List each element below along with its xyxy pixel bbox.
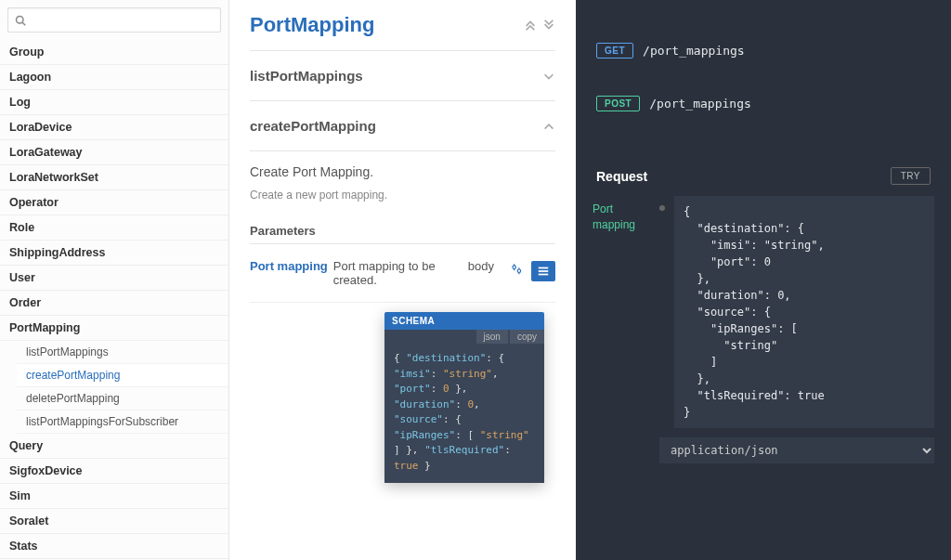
request-label: Request <box>596 169 647 184</box>
operation-title: listPortMappings <box>250 68 363 84</box>
sidebar-item[interactable]: LoraNetworkSet <box>0 165 228 190</box>
svg-point-2 <box>513 266 516 269</box>
sidebar-item[interactable]: Lagoon <box>0 65 228 90</box>
content-type-select[interactable]: application/json <box>659 437 934 463</box>
search-icon <box>15 15 26 26</box>
sidebar-item[interactable]: Stats <box>0 534 228 559</box>
operation-header[interactable]: listPortMappings <box>250 51 555 101</box>
sidebar-item[interactable]: Query <box>0 434 228 459</box>
svg-line-1 <box>22 22 25 25</box>
sidebar-item[interactable]: SigfoxDevice <box>0 459 228 484</box>
sidebar-subitem[interactable]: listPortMappings <box>17 341 228 364</box>
param-description: Port mapping to be created. <box>333 259 462 287</box>
search-box <box>7 7 221 33</box>
settings-icon[interactable] <box>505 259 528 282</box>
sidebar-item[interactable]: Operator <box>0 190 228 215</box>
param-location: body <box>468 259 494 273</box>
chevron-down-icon <box>542 70 555 83</box>
sidebar-item[interactable]: Order <box>0 291 228 316</box>
sidebar-item-portmapping[interactable]: PortMapping <box>0 316 228 341</box>
param-name: Port mapping <box>250 259 328 273</box>
method-badge: POST <box>596 96 640 111</box>
sidebar-item[interactable]: ShippingAddress <box>0 241 228 266</box>
sidebar-subitem[interactable]: listPortMappingsForSubscriber <box>17 410 228 434</box>
operation-summary: Create Port Mapping. <box>250 164 555 179</box>
sidebar-subitem-active[interactable]: createPortMapping <box>17 364 228 387</box>
operation-title: createPortMapping <box>250 118 376 134</box>
sidebar-item[interactable]: LoraGateway <box>0 140 228 165</box>
operation-header[interactable]: createPortMapping <box>250 101 555 151</box>
chevron-up-icon <box>542 120 555 133</box>
operation-description: Create a new port mapping. <box>250 189 555 202</box>
try-button[interactable]: TRY <box>891 167 931 185</box>
parameters-label: Parameters <box>250 224 555 244</box>
svg-point-3 <box>517 269 521 273</box>
sidebar-item[interactable]: LoraDevice <box>0 115 228 140</box>
sidebar: Group Lagoon Log LoraDevice LoraGateway … <box>0 0 229 560</box>
endpoint-path: /port_mappings <box>643 44 745 58</box>
schema-tab-json[interactable]: json <box>476 330 508 344</box>
collapse-all-icon[interactable] <box>524 19 537 32</box>
section-title: PortMapping <box>250 13 374 37</box>
main-panel: PortMapping listPortMappings createPortM… <box>229 0 576 560</box>
request-body-json[interactable]: { "destination": { "imsi": "string", "po… <box>674 196 934 428</box>
expand-all-icon[interactable] <box>542 19 555 32</box>
sidebar-item[interactable]: Sim <box>0 484 228 509</box>
sidebar-item[interactable]: Log <box>0 90 228 115</box>
request-panel: GET /port_mappings POST /port_mappings R… <box>576 0 951 560</box>
sidebar-item[interactable]: Group <box>0 40 228 65</box>
schema-tab-copy[interactable]: copy <box>510 330 544 344</box>
schema-json: { "destination": { "imsi": "string", "po… <box>384 344 544 483</box>
required-dot-icon <box>659 205 665 211</box>
schema-toggle-icon[interactable] <box>531 261 555 281</box>
method-badge: GET <box>596 43 633 59</box>
endpoint-row: POST /port_mappings <box>596 96 931 111</box>
schema-header: SCHEMA <box>384 312 544 330</box>
endpoint-row: GET /port_mappings <box>596 43 931 59</box>
sidebar-subitem[interactable]: deletePortMapping <box>17 387 228 410</box>
sidebar-item[interactable]: User <box>0 266 228 291</box>
endpoint-path: /port_mappings <box>649 97 751 111</box>
sidebar-item[interactable]: Role <box>0 215 228 241</box>
schema-popup: SCHEMA json copy { "destination": { "ims… <box>384 312 544 483</box>
search-input[interactable] <box>7 7 221 33</box>
svg-point-0 <box>17 16 24 23</box>
parameter-row: Port mapping Port mapping to be created.… <box>250 259 555 303</box>
sidebar-item[interactable]: Soralet <box>0 509 228 534</box>
request-param-name: Port mapping <box>593 196 650 428</box>
